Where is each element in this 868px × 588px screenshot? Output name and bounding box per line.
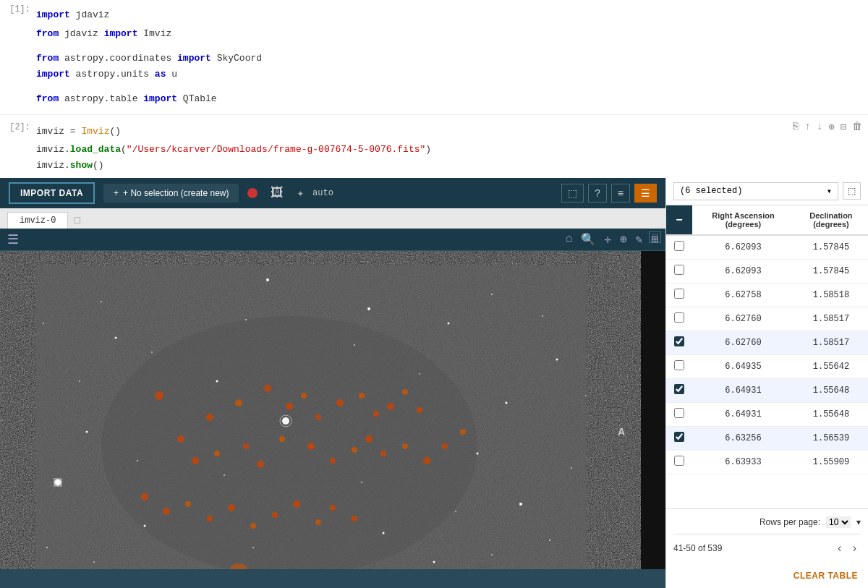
remove-cell-icon[interactable]: ⊟ (841, 121, 846, 133)
row-checkbox[interactable] (674, 384, 684, 394)
ra-value: 6.63933 (692, 450, 794, 474)
svg-point-27 (491, 294, 493, 295)
row-checkbox-cell[interactable] (666, 354, 692, 378)
image-toolbar: ☰ ⌂ 🔍 ✛ ⊕ ✎ ⊞ □ (0, 229, 665, 251)
svg-point-39 (46, 547, 48, 548)
prev-page-button[interactable]: ‹ (833, 540, 846, 556)
svg-point-79 (293, 500, 300, 508)
settings-button[interactable]: ≡ (611, 184, 630, 203)
expand-icon[interactable]: □ (649, 231, 661, 243)
row-checkbox-cell[interactable] (666, 378, 692, 402)
svg-point-2 (101, 316, 477, 569)
row-checkbox-cell[interactable] (666, 235, 692, 260)
svg-point-64 (330, 458, 336, 464)
screenshot-icon[interactable]: 🖼 (266, 182, 288, 203)
move-up-icon[interactable]: ↑ (804, 121, 810, 133)
cell-2: [2]: imviz = Imviz() imviz.load_data("/U… (0, 118, 868, 177)
row-checkbox-cell[interactable] (666, 283, 692, 307)
magic-icon: ✦ (297, 186, 304, 200)
auto-label: auto (312, 188, 333, 198)
notebook: [1]: import jdaviz from jdaviz import Im… (0, 0, 868, 588)
svg-point-22 (101, 301, 102, 302)
close-viewer-icon[interactable]: □ (68, 211, 85, 229)
svg-point-74 (185, 501, 191, 507)
list-icon[interactable]: ☰ (7, 231, 19, 247)
svg-point-57 (177, 435, 184, 443)
svg-point-40 (93, 561, 95, 563)
code-token: from (36, 28, 59, 39)
delete-cell-icon[interactable]: 🗑 (852, 121, 862, 133)
svg-point-20 (556, 358, 558, 360)
rows-per-page-select[interactable]: 10 25 50 (826, 516, 851, 528)
dec-value: 1.55648 (794, 378, 868, 402)
svg-point-43 (491, 554, 493, 555)
zoom-icon[interactable]: ⊕ (620, 232, 627, 247)
plus-icon: + (114, 188, 119, 198)
svg-point-66 (365, 435, 373, 443)
imviz-tab[interactable]: imviz-0 (7, 212, 68, 229)
row-checkbox[interactable] (674, 360, 684, 370)
svg-point-60 (243, 443, 249, 449)
code-token: () (93, 160, 104, 171)
svg-point-7 (266, 278, 269, 281)
code-token: ) (425, 144, 431, 155)
move-down-icon[interactable]: ↓ (817, 121, 822, 133)
home-icon[interactable]: ⌂ (566, 232, 573, 247)
edit-icon[interactable]: ✎ (636, 232, 643, 247)
row-checkbox-cell[interactable] (666, 450, 692, 474)
svg-point-18 (86, 430, 88, 433)
row-checkbox[interactable] (674, 408, 684, 418)
svg-point-47 (264, 385, 271, 392)
export-button[interactable]: ⬚ (561, 184, 584, 203)
menu-button[interactable]: ☰ (634, 184, 657, 203)
data-table: − Right Ascension(degrees) Declination(d… (666, 205, 868, 508)
cell-toolbar: ⎘ ↑ ↓ ⊕ ⊟ 🗑 (793, 121, 862, 133)
expand-button[interactable]: □ (649, 231, 661, 242)
svg-point-61 (257, 461, 264, 468)
svg-point-29 (585, 395, 587, 396)
row-checkbox[interactable] (674, 312, 684, 323)
pan-icon[interactable]: ✛ (604, 232, 611, 247)
clear-table-button[interactable]: CLEAR TABLE (793, 571, 858, 581)
selection-dropdown[interactable]: (6 selected) ▾ (673, 182, 838, 200)
imviz-toolbar: IMPORT DATA + + No selection (create new… (0, 178, 665, 208)
svg-point-8 (367, 307, 370, 310)
row-checkbox[interactable] (674, 432, 684, 442)
search-icon[interactable]: 🔍 (581, 232, 595, 247)
svg-point-19 (477, 452, 479, 454)
table-row: 6.62760 1.58517 (666, 307, 868, 331)
svg-point-4 (56, 480, 60, 485)
star-field-svg: A (0, 251, 665, 569)
cell-1-code[interactable]: import jdaviz from jdaviz import Imviz f… (36, 3, 868, 108)
save-panel-button[interactable]: ⬚ (843, 182, 861, 200)
svg-point-56 (417, 407, 422, 413)
svg-point-23 (151, 351, 153, 353)
row-checkbox[interactable] (674, 456, 684, 466)
pagination-area: Rows per page: 10 25 50 ▾ 41-50 of 539 ‹… (666, 508, 868, 563)
row-checkbox[interactable] (674, 289, 684, 299)
next-page-button[interactable]: › (848, 540, 861, 556)
copy-icon[interactable]: ⎘ (793, 121, 799, 133)
row-checkbox-cell[interactable] (666, 426, 692, 450)
ra-value: 6.62093 (692, 259, 794, 283)
code-token: astropy.coordinates (59, 53, 177, 64)
add-cell-icon[interactable]: ⊕ (828, 121, 834, 133)
select-all-header[interactable]: − (666, 205, 692, 235)
row-checkbox-cell[interactable] (666, 331, 692, 354)
cell-2-number: [2]: (0, 121, 36, 132)
row-checkbox[interactable] (674, 336, 684, 346)
svg-point-65 (352, 447, 357, 453)
cell-2-code[interactable]: imviz = Imviz() imviz.load_data("/Users/… (36, 121, 868, 174)
import-data-button[interactable]: IMPORT DATA (9, 182, 95, 204)
row-checkbox-cell[interactable] (666, 402, 692, 426)
row-checkbox[interactable] (674, 241, 684, 251)
row-checkbox-cell[interactable] (666, 259, 692, 283)
help-button[interactable]: ? (588, 184, 607, 203)
svg-point-11 (506, 401, 508, 404)
record-indicator (247, 188, 258, 198)
table-row: 6.62093 1.57845 (666, 235, 868, 260)
code-token: jdaviz (70, 9, 110, 20)
row-checkbox-cell[interactable] (666, 307, 692, 331)
create-new-button[interactable]: + + No selection (create new) (103, 184, 239, 203)
row-checkbox[interactable] (674, 265, 684, 275)
